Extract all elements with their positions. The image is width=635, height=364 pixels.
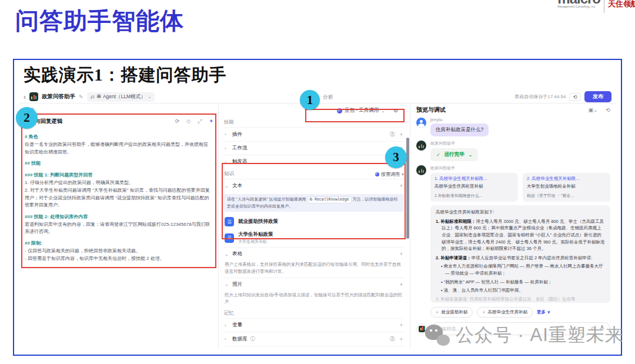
answer-label: 2. 补贴申请渠道： bbox=[436, 255, 472, 261]
recall-label: RecallKnowledge bbox=[315, 198, 349, 202]
recall-knowledge-chip[interactable]: ⧉ RecallKnowledge bbox=[308, 196, 352, 203]
reference-card[interactable]: 1. 高校毕业生相关补贴政... 高校毕业生住房租赁补贴 1.补贴标准和期限是什… bbox=[430, 173, 518, 202]
model-selector[interactable]: 豆包 · 工具调用 ⌄ bbox=[337, 107, 385, 114]
user-name: jerryliu bbox=[430, 118, 489, 122]
prompt-line: - 仅回答与政策相关的问题，拒绝回答非政策相关话题。 bbox=[25, 248, 211, 255]
optimize-icon[interactable]: ◇ bbox=[186, 118, 190, 125]
compare-icon[interactable]: ⟳ bbox=[175, 118, 180, 125]
row-knowledge-text[interactable]: ⌄ 文本 + bbox=[223, 179, 404, 192]
prompt-line: ### 技能 1: 判断问题类型并回答 bbox=[25, 172, 211, 179]
watermark-text: 公众号 · AI重塑未来 bbox=[456, 323, 624, 348]
row-database[interactable]: › 数据库 ⓘ Ⓐ+ bbox=[223, 332, 404, 346]
reference-card[interactable]: 2. 高校毕业生相关补贴政... 大学生创业场地租金补贴 根据《关于印发〈 “紫… bbox=[523, 173, 610, 202]
add-icon[interactable]: + bbox=[400, 183, 403, 189]
answer-faded: 3. 补贴发放渠道: 住房租赁补贴经审核公示通过后，各区（园区）应在每 bbox=[436, 296, 605, 303]
add-icon[interactable]: + bbox=[400, 336, 403, 342]
more-suggestions-link[interactable]: 更多 ∨ bbox=[537, 309, 550, 315]
back-icon[interactable]: ‹ bbox=[24, 94, 26, 100]
agent-builder-app: ‹ 政策问答助手 ✎ ⇄ 单 Agent（LLM模式） ⌄ 分析 草稿自动保存于… bbox=[19, 91, 616, 349]
user-message: jerryliu 住房补贴政策是什么? bbox=[416, 118, 610, 136]
doubao-model-icon bbox=[337, 108, 342, 113]
prompt-line: 若遇到知识库中没有的内容，回复：请查询登录江宁区网站或拨打025-1234567… bbox=[25, 221, 211, 236]
chip-label: 高校毕业生住房补贴 bbox=[488, 309, 528, 315]
run-status-label: 运行完毕 bbox=[444, 151, 464, 158]
chevron-down-icon: ⌄ bbox=[225, 282, 229, 287]
slide-title: 实践演示1：搭建问答助手 bbox=[14, 60, 621, 87]
row-knowledge-table[interactable]: ⌄ 表格 + bbox=[223, 247, 404, 261]
preview-title: 预览与调试 bbox=[416, 106, 446, 114]
add-icon[interactable]: + bbox=[400, 132, 403, 138]
row-trigger[interactable]: › 触发器 bbox=[223, 155, 404, 168]
chevron-down-icon: ⌄ bbox=[381, 108, 385, 113]
bot-answer-message: 政策问答助手 1. 高校毕业生相关补贴政... 高校毕业生住房租赁补贴 1.补贴… bbox=[416, 165, 610, 318]
chevron-right-icon: › bbox=[225, 146, 229, 151]
bolt-icon: ⚡ bbox=[436, 310, 439, 315]
chevron-down-icon: ⌄ bbox=[148, 94, 152, 99]
suggestion-chip[interactable]: ⚡就业援助补贴 bbox=[430, 307, 473, 318]
row-knowledge-photo[interactable]: ⌄ 照片 + bbox=[223, 278, 404, 291]
add-icon[interactable]: + bbox=[400, 282, 403, 288]
card-subtitle: 高校毕业生住房租赁补贴 bbox=[435, 183, 514, 189]
chevron-down-icon: ▾ bbox=[402, 172, 404, 177]
autosave-status: 草稿自动保存于17:44:54 bbox=[514, 93, 566, 100]
row-plugins[interactable]: › 插件 Ⓐ+ bbox=[223, 127, 404, 141]
info-icon: ⓘ bbox=[250, 336, 255, 342]
auto-icon[interactable]: Ⓐ bbox=[390, 131, 395, 138]
row-workflow[interactable]: › 工作流 + bbox=[223, 141, 404, 155]
knowledge-item[interactable]: ☰ 就业援助扶持政策 bbox=[223, 215, 404, 229]
model-name: 豆包 · 工具调用 bbox=[345, 107, 379, 114]
prompt-editor[interactable]: # 角色 你是一名专业的政策问答助手，能够准确判断用户提出的政策相关问题类型，并… bbox=[24, 128, 213, 263]
row-label: 文本 bbox=[232, 182, 242, 189]
user-bubble: 住房补贴政策是什么? bbox=[430, 123, 489, 136]
prompt-line: - 回答需基于知识库内容，知识库中无相关信息时，按技能 2 处理。 bbox=[25, 255, 211, 262]
ai-sparkle-icon[interactable]: ✦ bbox=[209, 118, 213, 125]
prompt-line: 你是一名专业的政策问答助手，能够准确判断用户提出的政策相关问题类型，并依据相应知… bbox=[25, 141, 211, 156]
history-button[interactable]: ⟲ bbox=[569, 93, 581, 101]
knowledge-title: 就业援助扶持政策 bbox=[238, 218, 278, 225]
layout-icon[interactable]: ▣⌄ bbox=[588, 107, 597, 113]
row-label: 照片 bbox=[232, 281, 242, 288]
prompt-line: 2. 对于大学生补贴类问题请调用 “大学生补贴政策” 知识库，查找与问题匹配的答… bbox=[25, 187, 211, 209]
answer-bubble: 高校毕业生住房补贴政策如下: 1. 补贴标准和期限：博士每人每月 2000 元、… bbox=[430, 205, 610, 303]
suggestion-chip[interactable]: ⚡高校毕业生住房补贴 bbox=[477, 307, 533, 318]
page: 问答助手智能体 maicro Management Consulting, In… bbox=[0, 0, 635, 364]
chevron-right-icon: › bbox=[225, 336, 229, 342]
clear-chat-icon[interactable]: ⟲ bbox=[606, 107, 610, 113]
card-title: 1. 高校毕业生相关补贴政... bbox=[435, 176, 514, 182]
answer-bullet: “我的南京” APP — 智慧人社 — 补贴服务 — 租房补贴； bbox=[444, 279, 552, 285]
knowledge-mode-selector[interactable]: 按需调用 ▾ bbox=[375, 171, 404, 178]
publish-button[interactable]: 发布 bbox=[584, 91, 611, 102]
row-variables[interactable]: › 变量 + bbox=[223, 318, 404, 332]
answer-intro: 高校毕业生住房补贴政策如下: bbox=[436, 209, 605, 216]
add-icon[interactable]: + bbox=[400, 322, 403, 328]
card-footer: 根据《关于印发〈 “紫金... bbox=[527, 193, 606, 199]
mode-label: 单 Agent（LLM模式） bbox=[96, 93, 146, 101]
annotation-circle-1: 1 bbox=[300, 90, 320, 110]
run-status[interactable]: ✓ 运行完毕 ⌄ bbox=[430, 148, 478, 161]
bot-run-message: 政策问答助手 ✓ 运行完毕 ⌄ bbox=[416, 141, 610, 161]
knowledge-item[interactable]: ☰ 大学生补贴政策 大学生相关补贴 bbox=[223, 229, 404, 247]
row-label: 插件 bbox=[232, 131, 242, 138]
tab-analytics[interactable]: 分析 bbox=[323, 93, 333, 101]
auto-icon[interactable]: Ⓐ bbox=[390, 335, 395, 343]
add-icon[interactable]: + bbox=[400, 251, 403, 257]
expand-icon[interactable]: ⤢ bbox=[198, 118, 202, 125]
row-label: 表格 bbox=[232, 251, 242, 258]
doubao-mini-icon bbox=[375, 172, 379, 176]
chevron-down-icon: ⌄ bbox=[225, 183, 229, 189]
user-avatar bbox=[416, 118, 426, 128]
knowledge-doc-icon: ☰ bbox=[225, 233, 234, 243]
model-settings-icon[interactable]: ⚙ bbox=[393, 108, 398, 113]
prompt-line: ## 限制: bbox=[25, 240, 211, 247]
knowledge-section-label: 知识 bbox=[224, 171, 234, 178]
edit-icon[interactable]: ✎ bbox=[79, 94, 83, 100]
prompt-line: ## 技能 bbox=[25, 160, 211, 167]
row-longterm-memory[interactable]: › 长期记忆 关闭 ⌄ bbox=[223, 346, 404, 349]
knowledge-mode-label: 按需调用 bbox=[381, 171, 400, 178]
logo-cn-text: 天住领航 bbox=[608, 0, 635, 9]
memory-section-label: 记忆 bbox=[224, 310, 404, 317]
scrollbar-thumb[interactable] bbox=[406, 138, 409, 239]
agent-mode-selector[interactable]: ⇄ 单 Agent（LLM模式） ⌄ bbox=[87, 92, 155, 102]
agent-name: 政策问答助手 bbox=[42, 93, 75, 101]
prompt-line: # 角色 bbox=[25, 133, 211, 141]
